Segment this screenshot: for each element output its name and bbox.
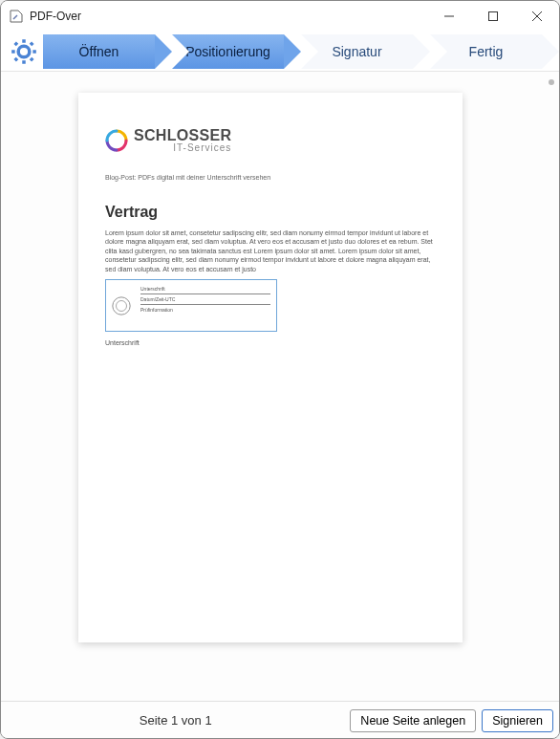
scroll-up-icon (549, 79, 554, 85)
window-controls (427, 1, 559, 32)
step-signature[interactable]: Signatur (301, 34, 413, 69)
page-holder: SCHLOSSER IT-Services Blog-Post: PDFs di… (1, 72, 540, 701)
maximize-button[interactable] (471, 1, 515, 32)
document-paragraph: Lorem ipsum dolor sit amet, consetetur s… (105, 228, 436, 273)
document-blogpost: Blog-Post: PDFs digital mit deiner Unter… (105, 174, 436, 181)
window-title: PDF-Over (30, 10, 427, 23)
svg-line-10 (31, 58, 32, 60)
svg-point-4 (18, 46, 30, 57)
seal-icon (111, 295, 132, 316)
footer-bar: Seite 1 von 1 Neue Seite anlegen Signier… (1, 701, 559, 739)
step-bar: Öffnen Positionierung Signatur Fertig (1, 32, 559, 72)
signature-placement-box[interactable]: Unterschrift Datum/Zeit-UTC Prüfinformat… (105, 279, 277, 332)
svg-line-11 (15, 58, 17, 60)
step-label: Öffnen (79, 44, 119, 59)
close-button[interactable] (515, 1, 559, 32)
svg-rect-1 (489, 12, 498, 21)
step-label: Positionierung (185, 44, 270, 59)
pdf-page[interactable]: SCHLOSSER IT-Services Blog-Post: PDFs di… (78, 93, 463, 642)
step-label: Signatur (332, 44, 381, 59)
sig-line: Datum/Zeit-UTC (140, 293, 270, 302)
signature-label: Unterschrift (105, 339, 436, 346)
step-position[interactable]: Positionierung (172, 34, 284, 69)
step-open[interactable]: Öffnen (43, 34, 155, 69)
document-viewer: SCHLOSSER IT-Services Blog-Post: PDFs di… (1, 72, 559, 701)
new-page-button[interactable]: Neue Seite anlegen (350, 709, 476, 732)
page-info: Seite 1 von 1 (7, 713, 344, 728)
document-logo: SCHLOSSER IT-Services (105, 127, 436, 153)
svg-point-14 (117, 300, 127, 311)
title-bar: PDF-Over (1, 1, 559, 32)
svg-point-13 (113, 297, 130, 315)
step-label: Fertig (469, 44, 504, 59)
sig-line: Unterschrift (140, 284, 270, 292)
logo-icon (105, 129, 128, 152)
document-heading: Vertrag (105, 204, 436, 221)
scrollbar[interactable] (548, 79, 555, 672)
minimize-button[interactable] (427, 1, 471, 32)
sign-button[interactable]: Signieren (482, 709, 553, 732)
sig-line: Prüfinformation (140, 304, 270, 313)
step-finish[interactable]: Fertig (430, 34, 542, 69)
app-icon (9, 9, 24, 24)
settings-button[interactable] (5, 38, 43, 65)
svg-line-12 (31, 42, 32, 44)
svg-line-9 (15, 42, 17, 44)
wizard-steps: Öffnen Positionierung Signatur Fertig (43, 34, 559, 69)
